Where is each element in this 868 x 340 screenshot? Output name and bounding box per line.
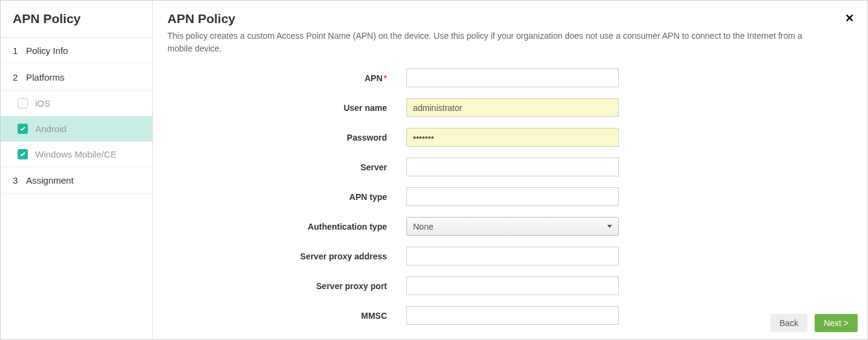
proxy-addr-input[interactable] [406,247,619,265]
platform-item-android[interactable]: Android [1,116,152,142]
step-label: Policy Info [26,45,68,56]
step-label: Assignment [26,175,73,185]
form-row-apn: APN* [167,68,853,87]
label-password: Password [167,133,406,142]
form-row-proxy-port: Server proxy port [167,276,853,295]
platform-label: Windows Mobile/CE [35,149,116,159]
label-auth-type: Authentication type [167,222,406,232]
label-username: User name [167,103,406,113]
form-row-auth-type: Authentication type None [167,217,853,236]
main-panel: ✕ APN Policy This policy creates a custo… [153,1,867,339]
label-apn: APN* [167,73,406,83]
form-row-proxy-addr: Server proxy address [167,247,853,265]
back-button[interactable]: Back [770,314,807,332]
next-button[interactable]: Next > [815,314,858,332]
step-number: 1 [13,45,21,56]
checkbox-checked-icon[interactable] [18,149,28,159]
apn-input[interactable] [406,68,619,87]
label-server: Server [167,162,406,172]
sidebar-title: APN Policy [1,1,152,38]
label-apn-type: APN type [167,192,406,202]
select-value: None [413,222,433,232]
apn-type-input[interactable] [406,187,619,206]
sidebar: APN Policy 1 Policy Info 2 Platforms iOS… [1,1,153,339]
platform-item-ios[interactable]: iOS [1,91,152,116]
mmsc-input[interactable] [406,306,619,325]
step-platforms[interactable]: 2 Platforms [1,64,152,91]
step-assignment[interactable]: 3 Assignment [1,167,152,194]
page-description: This policy creates a custom Access Poin… [167,30,804,55]
close-icon[interactable]: ✕ [845,12,854,25]
label-mmsc: MMSC [167,311,406,321]
step-number: 3 [13,175,21,185]
checkbox-unchecked-icon[interactable] [18,98,28,108]
step-label: Platforms [26,72,64,82]
proxy-port-input[interactable] [406,276,619,295]
password-input[interactable] [406,128,619,147]
form-row-username: User name [167,98,853,117]
form-row-apn-type: APN type [167,187,853,206]
platform-label: Android [35,124,67,134]
server-input[interactable] [406,158,619,176]
step-policy-info[interactable]: 1 Policy Info [1,38,152,64]
platform-label: iOS [35,98,50,108]
label-proxy-port: Server proxy port [167,281,406,291]
form: APN* User name Password Server APN type [167,68,853,325]
checkbox-checked-icon[interactable] [18,124,28,134]
chevron-down-icon [607,225,612,228]
step-number: 2 [13,72,21,82]
footer-buttons: Back Next > [770,314,858,332]
page-title: APN Policy [167,12,853,26]
username-input[interactable] [406,98,619,117]
label-proxy-addr: Server proxy address [167,252,406,261]
dialog-container: APN Policy 1 Policy Info 2 Platforms iOS… [0,0,868,340]
required-asterisk: * [384,73,387,83]
form-row-password: Password [167,128,853,147]
form-row-mmsc: MMSC [167,306,853,325]
platform-item-windows[interactable]: Windows Mobile/CE [1,142,152,167]
form-row-server: Server [167,158,853,176]
auth-type-select[interactable]: None [406,217,619,236]
